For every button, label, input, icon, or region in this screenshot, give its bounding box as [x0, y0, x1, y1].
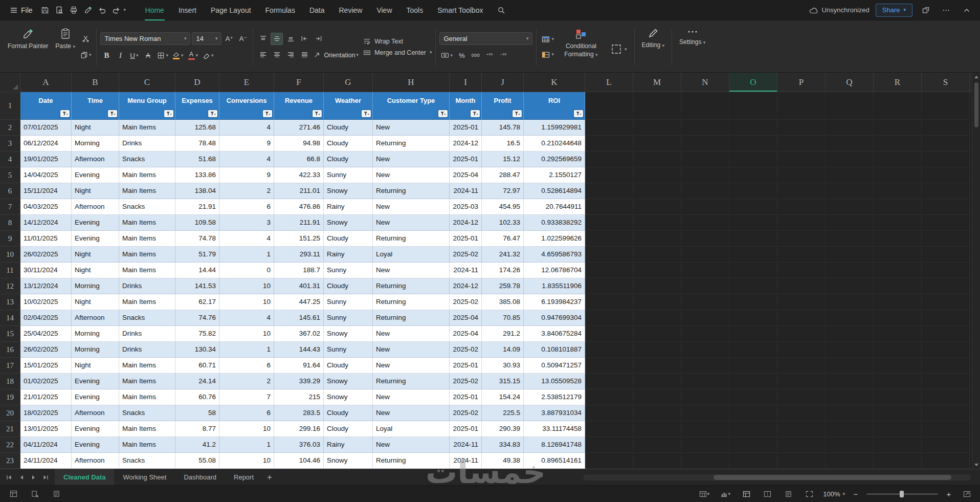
row-header-22[interactable]: 22: [0, 437, 20, 453]
cell-B19[interactable]: Evening: [72, 389, 119, 405]
cell-G18[interactable]: Snowy: [324, 374, 373, 389]
cell-N1[interactable]: [681, 92, 729, 120]
zoom-slider-thumb[interactable]: [900, 491, 904, 497]
switch-window-button[interactable]: [919, 3, 933, 17]
percent-format-button[interactable]: %: [456, 49, 468, 61]
cell-G5[interactable]: Sunny: [324, 167, 373, 183]
column-header-E[interactable]: E: [219, 73, 274, 92]
cell-I7[interactable]: 2025-03: [450, 199, 482, 215]
cell-L1[interactable]: [585, 92, 633, 120]
cell-F12[interactable]: 401.31: [274, 278, 324, 294]
row-header-12[interactable]: 12: [0, 278, 20, 294]
cell-D9[interactable]: 74.78: [175, 231, 219, 247]
zoom-out-button[interactable]: −: [852, 490, 860, 498]
cell-S15[interactable]: [922, 326, 970, 342]
cell-L21[interactable]: [585, 421, 633, 437]
cell-N8[interactable]: [681, 215, 729, 231]
cell-L8[interactable]: [585, 215, 633, 231]
table-header-conversions[interactable]: Conversions: [219, 92, 274, 120]
cell-B13[interactable]: Night: [72, 294, 119, 310]
cell-G21[interactable]: Cloudy: [324, 421, 373, 437]
cell-M7[interactable]: [633, 199, 681, 215]
cell-K23[interactable]: 0.896514161: [524, 453, 585, 469]
cell-J15[interactable]: 291.2: [482, 326, 524, 342]
cell-B23[interactable]: Afternoon: [72, 453, 119, 469]
cell-A7[interactable]: 04/03/2025: [20, 199, 72, 215]
more-options-button[interactable]: ⋯: [939, 3, 953, 17]
cell-J22[interactable]: 334.83: [482, 437, 524, 453]
strikethrough-button[interactable]: A: [142, 49, 154, 61]
cell-M1[interactable]: [633, 92, 681, 120]
format-as-table-button[interactable]: ▾: [607, 23, 631, 71]
sheet-tab-report[interactable]: Report: [225, 469, 262, 485]
cell-M5[interactable]: [633, 167, 681, 183]
cell-L12[interactable]: [585, 278, 633, 294]
cell-R18[interactable]: [874, 374, 922, 389]
cell-Q8[interactable]: [826, 215, 874, 231]
cell-C3[interactable]: Drinks: [119, 136, 175, 151]
increase-indent-button[interactable]: [312, 33, 324, 45]
cell-A18[interactable]: 01/02/2025: [20, 374, 72, 389]
menu-tab-review[interactable]: Review: [332, 0, 370, 20]
next-sheet-button[interactable]: [28, 472, 39, 483]
cell-Q11[interactable]: [826, 263, 874, 278]
cell-L20[interactable]: [585, 405, 633, 421]
cell-F11[interactable]: 188.7: [274, 263, 324, 278]
cell-L3[interactable]: [585, 136, 633, 151]
cell-B22[interactable]: Evening: [72, 437, 119, 453]
cell-D12[interactable]: 141.53: [175, 278, 219, 294]
cell-O21[interactable]: [729, 421, 777, 437]
cell-O11[interactable]: [729, 263, 777, 278]
search-button[interactable]: [494, 3, 508, 17]
filter-button-time[interactable]: [108, 110, 117, 117]
cell-K15[interactable]: 3.840675284: [524, 326, 585, 342]
cell-F9[interactable]: 151.25: [274, 231, 324, 247]
cell-D15[interactable]: 75.82: [175, 326, 219, 342]
column-header-H[interactable]: H: [373, 73, 450, 92]
cell-D14[interactable]: 74.76: [175, 310, 219, 326]
cell-E14[interactable]: 4: [219, 310, 274, 326]
cell-B8[interactable]: Evening: [72, 215, 119, 231]
selection-mode-button[interactable]: [6, 487, 20, 501]
cell-H3[interactable]: Returning: [373, 136, 450, 151]
cell-K21[interactable]: 33.11174458: [524, 421, 585, 437]
record-macro-button[interactable]: [28, 487, 42, 501]
cell-I20[interactable]: 2025-02: [450, 405, 482, 421]
cell-P6[interactable]: [777, 183, 826, 199]
cell-N5[interactable]: [681, 167, 729, 183]
row-header-7[interactable]: 7: [0, 199, 20, 215]
cell-D11[interactable]: 14.44: [175, 263, 219, 278]
cell-S14[interactable]: [922, 310, 970, 326]
cell-N7[interactable]: [681, 199, 729, 215]
cell-R23[interactable]: [874, 453, 922, 469]
share-button[interactable]: Share ▾: [876, 4, 912, 17]
cell-E21[interactable]: 10: [219, 421, 274, 437]
cell-S18[interactable]: [922, 374, 970, 389]
cell-C14[interactable]: Snacks: [119, 310, 175, 326]
align-center-button[interactable]: [271, 49, 283, 61]
cell-L11[interactable]: [585, 263, 633, 278]
cell-I21[interactable]: 2025-01: [450, 421, 482, 437]
cell-O20[interactable]: [729, 405, 777, 421]
cell-S19[interactable]: [922, 389, 970, 405]
cell-B15[interactable]: Morning: [72, 326, 119, 342]
cell-Q4[interactable]: [826, 151, 874, 167]
cell-K9[interactable]: 1.022599626: [524, 231, 585, 247]
cell-B6[interactable]: Night: [72, 183, 119, 199]
cell-I2[interactable]: 2025-01: [450, 120, 482, 136]
cell-L23[interactable]: [585, 453, 633, 469]
cell-P21[interactable]: [777, 421, 826, 437]
undo-history-caret-icon[interactable]: ▾: [124, 8, 131, 12]
cell-F17[interactable]: 91.64: [274, 358, 324, 374]
align-middle-button[interactable]: [271, 33, 283, 45]
cell-C13[interactable]: Main Items: [119, 294, 175, 310]
cell-C18[interactable]: Main Items: [119, 374, 175, 389]
cell-H10[interactable]: Loyal: [373, 247, 450, 263]
cell-R11[interactable]: [874, 263, 922, 278]
cell-S1[interactable]: [922, 92, 970, 120]
cell-B14[interactable]: Afternoon: [72, 310, 119, 326]
cell-R20[interactable]: [874, 405, 922, 421]
cell-K4[interactable]: 0.292569659: [524, 151, 585, 167]
row-header-11[interactable]: 11: [0, 263, 20, 278]
cell-E13[interactable]: 10: [219, 294, 274, 310]
